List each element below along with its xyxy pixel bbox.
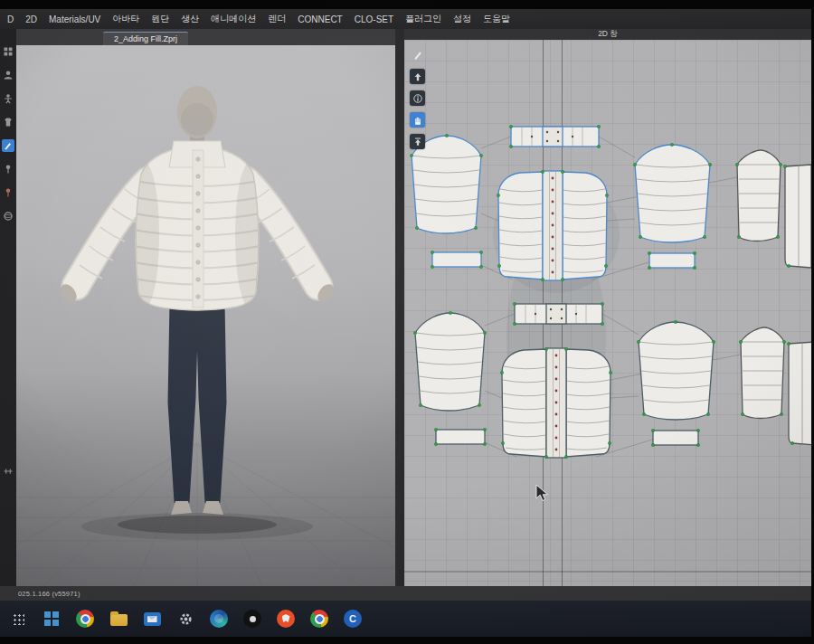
pin-red-icon[interactable] (2, 186, 14, 199)
menu-item-clo-set[interactable]: CLO-SET (355, 14, 393, 24)
edge-icon[interactable] (208, 608, 230, 630)
avatar-pose-icon[interactable] (2, 92, 14, 105)
menu-item-render[interactable]: 렌더 (268, 13, 286, 25)
menu-item-2d[interactable]: 2D (25, 14, 37, 24)
left-3d-toolbar (0, 29, 16, 586)
panel-divider[interactable] (395, 29, 404, 586)
hand-tool-icon[interactable] (410, 112, 425, 128)
menu-item-help[interactable]: 도움말 (483, 13, 510, 25)
transform-up-icon[interactable] (410, 69, 425, 84)
library-icon[interactable] (2, 45, 14, 58)
menu-item-connect[interactable]: CONNECT (298, 14, 342, 24)
avatar-3d (16, 45, 395, 586)
start-icon[interactable] (41, 608, 62, 630)
mouse-cursor (536, 485, 548, 501)
clo-icon[interactable]: C (342, 608, 364, 630)
sphere-icon[interactable] (2, 210, 14, 223)
menu-item-fabric[interactable]: 원단 (151, 13, 169, 25)
mail-icon[interactable] (141, 608, 163, 630)
pattern-group-bottom[interactable] (413, 302, 811, 458)
2d-toolbar (410, 47, 425, 149)
media-icon[interactable] (241, 608, 263, 630)
menu-item-plugin[interactable]: 플러그인 (405, 13, 441, 25)
menu-item-materials-uv[interactable]: Materials/UV (49, 14, 100, 24)
menu-item-partial[interactable]: D (7, 14, 14, 24)
garment-icon[interactable] (2, 116, 14, 128)
avatar-head (177, 86, 217, 147)
pen-tool-icon[interactable] (410, 47, 425, 62)
measure-icon[interactable] (2, 465, 14, 478)
chrome-icon[interactable] (74, 608, 96, 630)
menu-item-animation[interactable]: 애니메이션 (211, 13, 256, 25)
project-tab[interactable]: 2_Adding Fill.Zprj (103, 32, 188, 45)
menu-item-avatar[interactable]: 아바타 (112, 13, 139, 25)
3d-viewport[interactable] (16, 45, 395, 586)
info-icon[interactable] (410, 90, 425, 106)
avatar-icon[interactable] (2, 69, 14, 81)
version-text: 025.1.166 (v55971) (18, 590, 80, 598)
menu-item-production[interactable]: 생산 (181, 13, 199, 25)
taskbar: C (0, 601, 811, 637)
folder-icon[interactable] (108, 608, 129, 630)
brush-tool-icon[interactable] (2, 139, 14, 152)
app-grid-icon[interactable] (7, 608, 29, 630)
status-bar: 025.1.166 (v55971) (0, 586, 811, 601)
pin-icon[interactable] (2, 163, 14, 175)
menu-bar: D 2D Materials/UV 아바타 원단 생산 애니메이션 렌더 CON… (0, 9, 811, 29)
chrome-icon-2[interactable] (308, 608, 330, 630)
menu-item-settings[interactable]: 설정 (453, 13, 471, 25)
settings-icon[interactable] (175, 608, 196, 630)
pattern-pieces-svg[interactable] (404, 40, 811, 586)
brave-icon[interactable] (275, 608, 297, 630)
2d-pattern-panel[interactable] (404, 40, 811, 586)
pattern-window-title: 2D 창 (404, 29, 811, 40)
tab-bar: 2_Adding Fill.Zprj (16, 29, 395, 45)
jacket-body (130, 141, 264, 310)
flip-up-icon[interactable] (410, 134, 425, 149)
